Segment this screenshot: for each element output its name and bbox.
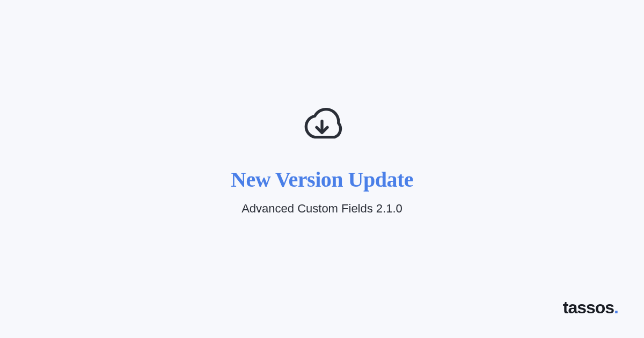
product-version-label: Advanced Custom Fields 2.1.0 <box>241 202 402 216</box>
brand-logo-text: tassos <box>563 298 614 318</box>
brand-logo-dot: . <box>614 298 618 318</box>
page-title: New Version Update <box>231 167 413 192</box>
announcement-card: New Version Update Advanced Custom Field… <box>231 107 413 216</box>
cloud-download-icon <box>301 107 343 152</box>
brand-logo: tassos. <box>563 298 618 318</box>
